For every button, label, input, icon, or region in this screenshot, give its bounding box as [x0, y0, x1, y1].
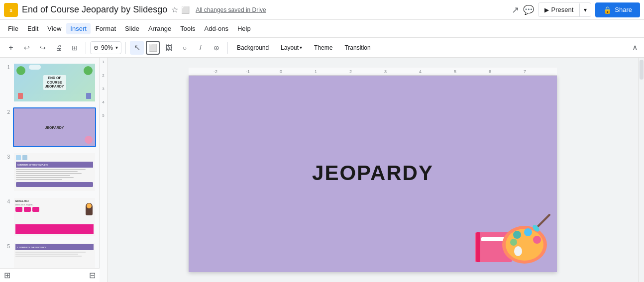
menu-insert[interactable]: Insert — [66, 23, 91, 34]
menu-slide[interactable]: Slide — [121, 23, 143, 34]
menu-format[interactable]: Format — [92, 23, 120, 34]
document-title[interactable]: End of Course Jeopardy by Slidesgo — [22, 4, 167, 15]
horizontal-ruler: -2 -1 0 1 2 3 4 5 6 7 — [189, 68, 557, 76]
zoom-value: 90% — [101, 44, 113, 51]
svg-text:S: S — [9, 8, 12, 12]
image-insert-button[interactable]: 🖼 — [162, 41, 176, 55]
shapes-button[interactable]: ○ — [178, 41, 192, 55]
palette-decoration — [472, 212, 552, 267]
svg-point-7 — [514, 246, 522, 256]
slide-2-title: JEOPARDY — [45, 126, 64, 129]
slide-4-bg: ENGLISH A-B-C-D-E, English... — [14, 198, 95, 236]
svg-point-8 — [513, 231, 521, 239]
slide-1-bg: END OFCOURSEJEOPARDY — [14, 64, 95, 101]
slide-number-4: 4 — [3, 197, 10, 204]
scrollbar-thumb[interactable] — [640, 60, 644, 80]
print-button[interactable]: 🖨 — [52, 41, 66, 55]
menu-arrange[interactable]: Arrange — [144, 23, 175, 34]
slide-3-bg: CONTENTS OF THIS TEMPLATE — [14, 153, 95, 191]
title-bar: S End of Course Jeopardy by Slidesgo ☆ ⬜… — [0, 0, 644, 20]
activity-icon[interactable]: ↗ — [512, 4, 519, 15]
undo-button[interactable]: ↩ — [20, 41, 34, 55]
slide-item-4[interactable]: 4 ENGLISH A-B-C-D-E, English... — [2, 196, 97, 238]
slide-thumb-3[interactable]: CONTENTS OF THIS TEMPLATE — [13, 152, 96, 192]
slide-4-title: ENGLISH — [15, 199, 94, 202]
slide-thumb-2[interactable]: JEOPARDY — [13, 107, 96, 147]
vertical-ruler: 1 2 3 4 5 — [100, 58, 107, 282]
slide-5-title: 1. COMPLETE THE SENTENCE — [17, 246, 46, 249]
menu-file[interactable]: File — [4, 23, 22, 34]
present-button[interactable]: ▶ Present — [538, 3, 579, 16]
line-button[interactable]: / — [194, 41, 208, 55]
background-button[interactable]: Background — [232, 42, 274, 53]
svg-point-9 — [524, 228, 532, 236]
lock-icon: 🔒 — [603, 6, 612, 14]
slide-number-5: 5 — [3, 242, 10, 249]
slide-4-bottom — [15, 224, 94, 234]
slide-number-2: 2 — [3, 107, 10, 115]
folder-icon[interactable]: ⬜ — [181, 6, 190, 14]
add-slide-button[interactable]: + — [4, 41, 18, 55]
layout-dropdown-icon: ▾ — [300, 45, 302, 50]
slide-3-content — [16, 169, 93, 180]
menu-addons[interactable]: Add-ons — [201, 23, 232, 34]
save-status: All changes saved in Drive — [196, 6, 266, 13]
slide-number-3: 3 — [3, 152, 10, 160]
slide-title: JEOPARDY — [312, 161, 433, 185]
filmstrip-view-icon[interactable]: ⊟ — [89, 271, 96, 280]
toolbar-separator-1 — [86, 42, 86, 54]
menu-tools[interactable]: Tools — [176, 23, 199, 34]
zoom-minus-icon: ⊖ — [94, 44, 99, 51]
layout-label: Layout — [281, 44, 299, 51]
menu-bar: File Edit View Insert Format Slide Arran… — [0, 20, 644, 38]
svg-rect-3 — [476, 232, 480, 262]
redo-button[interactable]: ↪ — [36, 41, 50, 55]
slide-item-1[interactable]: 1 END OFCOURSEJEOPARDY — [2, 62, 97, 103]
menu-help[interactable]: Help — [233, 23, 255, 34]
present-label: Present — [551, 6, 573, 13]
collapse-toolbar-icon[interactable]: ∧ — [630, 41, 640, 54]
app-logo: S — [4, 3, 18, 17]
zoom-control[interactable]: ⊖ 90% ▾ — [90, 41, 121, 54]
add-element-button[interactable]: ⊕ — [210, 41, 223, 55]
slide-5-bar: 1. COMPLETE THE SENTENCE — [15, 244, 94, 250]
slide-1-title: END OFCOURSEJEOPARDY — [43, 75, 66, 90]
present-icon: ▶ — [544, 6, 549, 13]
slide-3-header: CONTENTS OF THIS TEMPLATE — [16, 162, 93, 168]
select-tool-button[interactable]: ↖ — [130, 41, 144, 55]
slide-panel: 1 END OFCOURSEJEOPARDY — [0, 58, 100, 282]
share-label: Share — [615, 6, 632, 13]
slide-item-3[interactable]: 3 CONTENTS OF THIS TEMPLATE — [2, 151, 97, 193]
editor-area: -2 -1 0 1 2 3 4 5 6 7 JEOPARDY — [107, 58, 638, 282]
slide-3-header-text: CONTENTS OF THIS TEMPLATE — [17, 164, 48, 166]
transition-button[interactable]: Transition — [339, 42, 375, 53]
theme-button[interactable]: Theme — [309, 42, 337, 53]
slide-number-1: 1 — [3, 63, 10, 70]
slide-canvas[interactable]: JEOPARDY — [189, 76, 557, 272]
comment-icon[interactable]: 💬 — [523, 4, 534, 15]
menu-view[interactable]: View — [43, 23, 65, 34]
svg-line-12 — [537, 215, 549, 227]
star-icon[interactable]: ☆ — [171, 5, 178, 14]
slide-2-bg: JEOPARDY — [14, 108, 95, 146]
svg-point-11 — [510, 239, 517, 246]
share-button[interactable]: 🔒 Share — [595, 2, 640, 17]
menu-edit[interactable]: Edit — [23, 23, 42, 34]
main-area: 1 END OFCOURSEJEOPARDY — [0, 58, 644, 282]
slide-thumb-4[interactable]: ENGLISH A-B-C-D-E, English... — [13, 197, 96, 237]
format-paint-button[interactable]: ⊞ — [68, 41, 82, 55]
slide-thumb-1[interactable]: END OFCOURSEJEOPARDY — [13, 63, 96, 102]
grid-view-icon[interactable]: ⊞ — [4, 271, 10, 280]
toolbar-separator-3 — [227, 42, 228, 54]
toolbar: + ↩ ↪ 🖨 ⊞ ⊖ 90% ▾ ↖ ⬜ 🖼 ○ / ⊕ Background… — [0, 38, 644, 58]
svg-rect-4 — [481, 237, 506, 241]
textbox-button[interactable]: ⬜ — [146, 41, 160, 55]
layout-button[interactable]: Layout ▾ — [276, 42, 307, 53]
slide-item-2[interactable]: 2 JEOPARDY — [2, 106, 97, 148]
toolbar-right: ∧ — [630, 43, 640, 52]
zoom-dropdown-icon: ▾ — [115, 45, 118, 50]
svg-point-10 — [533, 236, 541, 244]
present-dropdown[interactable]: ▾ — [579, 3, 591, 16]
slide-4-subtitle: A-B-C-D-E, English... — [15, 203, 94, 206]
vertical-scrollbar[interactable] — [638, 58, 644, 282]
